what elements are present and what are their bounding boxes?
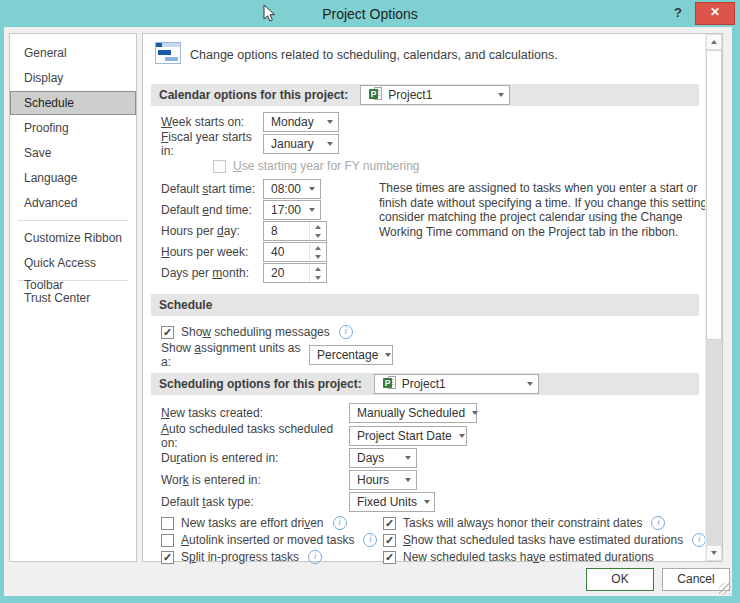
info-icon[interactable] [651, 516, 665, 530]
duration-entered-value: Days [357, 451, 384, 465]
intro-text: Change options related to scheduling, ca… [190, 48, 558, 62]
vertical-scrollbar[interactable] [705, 34, 722, 561]
sidebar-item-language[interactable]: Language [10, 166, 136, 190]
schedule-header-label: Schedule [159, 298, 212, 312]
chevron-down-icon [385, 353, 391, 357]
new-estimated-durations-row: ✓ New scheduled tasks have estimated dur… [383, 549, 654, 565]
fiscal-year-dropdown[interactable]: January [263, 134, 339, 154]
week-starts-value: Monday [271, 115, 314, 129]
times-explanation-note: These times are assigned to tasks when y… [379, 181, 711, 239]
scroll-down-icon[interactable] [706, 545, 722, 561]
new-estimated-durations-checkbox[interactable]: ✓ [383, 551, 396, 564]
help-icon[interactable]: ? [670, 5, 686, 21]
hours-per-week-spinner[interactable]: 40 [263, 242, 327, 262]
sidebar-item-proofing[interactable]: Proofing [10, 116, 136, 140]
auto-scheduled-dropdown[interactable]: Project Start Date [349, 426, 467, 446]
chevron-down-icon [309, 187, 315, 191]
resize-grip[interactable] [719, 583, 731, 595]
split-in-progress-label: Split in-progress tasks [181, 550, 299, 564]
spinner-up-icon[interactable] [310, 222, 326, 231]
days-per-month-spinner[interactable]: 20 [263, 263, 327, 283]
hours-per-day-row: Hours per day: 8 [161, 221, 327, 241]
sidebar-item-schedule[interactable]: Schedule [10, 91, 136, 115]
spinner-up-icon[interactable] [310, 264, 326, 273]
show-estimated-durations-checkbox[interactable]: ✓ [383, 534, 396, 547]
chevron-down-icon [472, 411, 478, 415]
intro-row: Change options related to scheduling, ca… [155, 42, 558, 68]
show-scheduling-messages-row: ✓ Show scheduling messages [161, 324, 353, 340]
hours-per-day-spinner[interactable]: 8 [263, 221, 327, 241]
scrollbar-thumb[interactable] [706, 50, 722, 340]
show-scheduling-messages-checkbox[interactable]: ✓ [161, 326, 174, 339]
split-in-progress-row: ✓ Split in-progress tasks [161, 549, 322, 565]
close-icon[interactable]: ✕ [695, 2, 735, 25]
duration-entered-dropdown[interactable]: Days [349, 448, 417, 468]
work-entered-row: Work is entered in: Hours [161, 470, 417, 490]
fiscal-year-value: January [271, 137, 314, 151]
fiscal-year-label: Fiscal year starts in: [161, 130, 263, 158]
show-estimated-durations-row: ✓ Show that scheduled tasks have estimat… [383, 532, 706, 548]
schedule-section-header: Schedule [151, 294, 699, 316]
assignment-units-row: Show assignment units as a: Percentage [161, 345, 393, 365]
mouse-cursor-icon [263, 4, 276, 27]
default-start-time-dropdown[interactable]: 08:00 [263, 179, 321, 199]
scheduling-options-section-header: Scheduling options for this project: P P… [151, 373, 699, 395]
auto-scheduled-value: Project Start Date [357, 429, 452, 443]
scheduling-options-header-label: Scheduling options for this project: [159, 377, 362, 391]
autolink-checkbox[interactable] [161, 534, 174, 547]
info-icon[interactable] [363, 533, 377, 547]
fy-numbering-checkbox[interactable] [213, 160, 226, 173]
fy-numbering-row: Use starting year for FY numbering [213, 158, 420, 174]
assignment-units-label: Show assignment units as a: [161, 341, 309, 369]
sidebar-divider [18, 220, 128, 221]
new-tasks-created-value: Manually Scheduled [357, 406, 465, 420]
project-file-icon: P [368, 86, 383, 104]
days-per-month-value[interactable]: 20 [264, 264, 309, 282]
hours-per-week-label: Hours per week: [161, 245, 263, 259]
week-starts-dropdown[interactable]: Monday [263, 112, 339, 132]
new-tasks-created-dropdown[interactable]: Manually Scheduled [349, 403, 477, 423]
honor-constraints-checkbox[interactable]: ✓ [383, 517, 396, 530]
hours-per-day-label: Hours per day: [161, 224, 263, 238]
info-icon[interactable] [308, 550, 322, 564]
split-in-progress-checkbox[interactable]: ✓ [161, 551, 174, 564]
sidebar-item-customize-ribbon[interactable]: Customize Ribbon [10, 226, 136, 250]
spinner-down-icon[interactable] [310, 231, 326, 240]
assignment-units-dropdown[interactable]: Percentage [309, 345, 393, 365]
spinner-up-icon[interactable] [310, 243, 326, 252]
autolink-row: Autolink inserted or moved tasks [161, 532, 377, 548]
spinner-down-icon[interactable] [310, 252, 326, 261]
scheduling-project-dropdown[interactable]: P Project1 [374, 374, 539, 394]
work-entered-dropdown[interactable]: Hours [349, 470, 417, 490]
week-starts-label: Week starts on: [161, 115, 263, 129]
calendar-options-header-label: Calendar options for this project: [159, 88, 348, 102]
auto-scheduled-row: Auto scheduled tasks scheduled on: Proje… [161, 426, 467, 446]
project-file-icon: P [382, 375, 397, 393]
sidebar-item-general[interactable]: General [10, 41, 136, 65]
hours-per-week-value[interactable]: 40 [264, 243, 309, 261]
new-tasks-created-label: New tasks created: [161, 406, 349, 420]
info-icon[interactable] [339, 325, 353, 339]
spinner-down-icon[interactable] [310, 273, 326, 282]
content-panel: Change options related to scheduling, ca… [142, 33, 723, 562]
chevron-down-icon [405, 456, 411, 460]
default-end-time-dropdown[interactable]: 17:00 [263, 200, 321, 220]
show-scheduling-messages-label: Show scheduling messages [181, 325, 330, 339]
honor-constraints-row: ✓ Tasks will always honor their constrai… [383, 515, 665, 531]
effort-driven-checkbox[interactable] [161, 517, 174, 530]
sidebar-item-save[interactable]: Save [10, 141, 136, 165]
default-task-type-row: Default task type: Fixed Units [161, 492, 435, 512]
info-icon[interactable] [333, 516, 347, 530]
sidebar-item-trust-center[interactable]: Trust Center [10, 286, 136, 310]
default-end-time-row: Default end time: 17:00 [161, 200, 321, 220]
scroll-up-icon[interactable] [706, 34, 722, 50]
default-end-time-value: 17:00 [271, 203, 301, 217]
sidebar-item-advanced[interactable]: Advanced [10, 191, 136, 215]
sidebar-item-display[interactable]: Display [10, 66, 136, 90]
calendar-project-dropdown[interactable]: P Project1 [360, 85, 510, 105]
ok-button[interactable]: OK [586, 568, 654, 591]
default-task-type-dropdown[interactable]: Fixed Units [349, 492, 435, 512]
honor-constraints-label: Tasks will always honor their constraint… [403, 516, 642, 530]
sidebar-item-quick-access-toolbar[interactable]: Quick Access Toolbar [10, 251, 136, 275]
hours-per-day-value[interactable]: 8 [264, 222, 309, 240]
